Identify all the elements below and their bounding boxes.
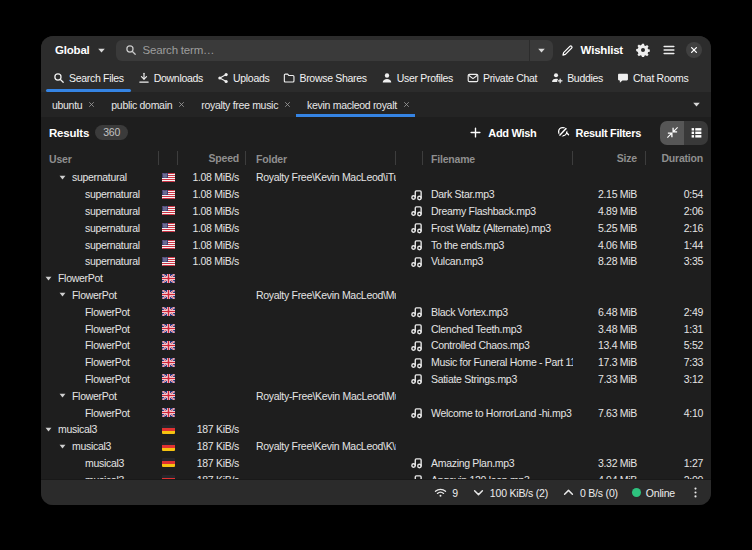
- add-wish-button[interactable]: Add Wish: [459, 117, 546, 148]
- expander-icon[interactable]: [58, 290, 67, 299]
- result-file-row[interactable]: supernatural1.08 MiB/sDreamy Flashback.m…: [41, 203, 711, 220]
- toolbar-item-downloads[interactable]: Downloads: [131, 64, 210, 92]
- tab-close-icon[interactable]: [403, 101, 410, 108]
- music-note-icon: [396, 372, 423, 385]
- size-cell: 4.89 MiB: [573, 205, 646, 217]
- result-file-row[interactable]: supernatural1.08 MiB/sFrost Waltz (Alter…: [41, 219, 711, 236]
- speed-cell: 1.08 MiB/s: [178, 255, 246, 267]
- search-icon: [53, 72, 65, 84]
- search-mode-dropdown[interactable]: [529, 40, 553, 61]
- toolbar-item-label: Chat Rooms: [633, 72, 688, 84]
- duration-cell: 3:35: [646, 255, 711, 267]
- column-header-file-icon[interactable]: [396, 148, 423, 169]
- result-folder-row[interactable]: supernatural1.08 MiB/sRoyalty Free\Kevin…: [41, 169, 711, 186]
- statusbar-menu-button[interactable]: [689, 486, 702, 499]
- column-header-folder[interactable]: Folder: [246, 148, 396, 169]
- duration-cell: 1:31: [646, 323, 711, 335]
- music-note-icon: [396, 305, 423, 318]
- download-rate-status[interactable]: 100 KiB/s (2): [472, 486, 548, 499]
- filename-cell: Vulcan.mp3: [423, 255, 573, 267]
- toolbar-item-browse-shares[interactable]: Browse Shares: [276, 64, 373, 92]
- upload-rate-status[interactable]: 0 B/s (0): [562, 486, 618, 499]
- speed-cell: 187 KiB/s: [178, 457, 246, 469]
- list-view-toggle[interactable]: [684, 121, 708, 145]
- main-menu-button[interactable]: [656, 36, 682, 64]
- result-file-row[interactable]: FlowerPotWelcome to HorrorLand -hi.mp37.…: [41, 404, 711, 421]
- search-tab-kevin-macleod-royalt[interactable]: kevin macleod royalt: [296, 92, 415, 117]
- column-header-speed[interactable]: Speed: [178, 148, 246, 169]
- close-icon: [690, 46, 698, 54]
- user-cell: musical3: [41, 423, 159, 435]
- column-header-country[interactable]: [159, 148, 178, 169]
- result-file-row[interactable]: FlowerPotMusic for Funeral Home - Part 1…: [41, 354, 711, 371]
- tab-close-icon[interactable]: [178, 101, 185, 108]
- result-folder-row[interactable]: musical3187 KiB/sRoyalty Free\Kevin MacL…: [41, 438, 711, 455]
- expander-icon[interactable]: [58, 442, 67, 451]
- toolbar-item-uploads[interactable]: Uploads: [210, 64, 276, 92]
- result-file-row[interactable]: musical3187 KiB/sAngevin 120 loop.mp34.9…: [41, 471, 711, 479]
- result-folder-row[interactable]: FlowerPotRoyalty Free\Kevin MacLeod\Musi…: [41, 287, 711, 304]
- chevron-up-icon: [562, 486, 575, 499]
- tab-close-icon[interactable]: [88, 101, 95, 108]
- country-flag-de: [159, 442, 178, 451]
- plus-icon: [469, 126, 482, 139]
- user-name: FlowerPot: [85, 306, 130, 318]
- expander-icon[interactable]: [58, 391, 67, 400]
- tab-close-icon[interactable]: [284, 101, 291, 108]
- result-file-row[interactable]: FlowerPotSatiate Strings.mp37.33 MiB3:12: [41, 371, 711, 388]
- result-file-row[interactable]: supernatural1.08 MiB/sVulcan.mp38.28 MiB…: [41, 253, 711, 270]
- search-entry[interactable]: [116, 40, 529, 61]
- toolbar-item-chat-rooms[interactable]: Chat Rooms: [610, 64, 695, 92]
- user-cell: supernatural: [41, 171, 159, 183]
- window-close-button[interactable]: [686, 42, 702, 58]
- user-name: musical3: [72, 440, 111, 452]
- result-filters-button[interactable]: Result Filters: [547, 117, 652, 148]
- result-file-row[interactable]: musical3187 KiB/sAmazing Plan.mp33.32 Mi…: [41, 455, 711, 472]
- connection-state[interactable]: Online: [632, 487, 675, 499]
- duration-cell: 2:16: [646, 222, 711, 234]
- expander-icon[interactable]: [58, 173, 67, 182]
- duration-cell: 5:52: [646, 339, 711, 351]
- result-user-row[interactable]: FlowerPot: [41, 270, 711, 287]
- result-folder-row[interactable]: FlowerPotRoyalty-Free\Kevin MacLeod\Musi…: [41, 387, 711, 404]
- search-tab-royalty-free-music[interactable]: royalty free music: [190, 92, 296, 117]
- user-name: FlowerPot: [85, 407, 130, 419]
- wishlist-button[interactable]: Wishlist: [554, 36, 630, 64]
- result-file-row[interactable]: supernatural1.08 MiB/sTo the ends.mp34.0…: [41, 236, 711, 253]
- search-tab-label: ubuntu: [52, 99, 82, 111]
- toolbar-item-user-profiles[interactable]: User Profiles: [374, 64, 460, 92]
- toolbar-item-buddies[interactable]: Buddies: [544, 64, 610, 92]
- result-file-row[interactable]: FlowerPotClenched Teeth.mp33.48 MiB1:31: [41, 320, 711, 337]
- user-name: FlowerPot: [58, 272, 103, 284]
- collapse-all-toggle[interactable]: [660, 121, 684, 145]
- result-file-row[interactable]: FlowerPotControlled Chaos.mp313.4 MiB5:5…: [41, 337, 711, 354]
- user-cell: supernatural: [41, 255, 159, 267]
- toolbar-item-search-files[interactable]: Search Files: [46, 64, 131, 92]
- search-input[interactable]: [137, 44, 529, 56]
- headerbar-actions: Wishlist: [554, 36, 711, 64]
- tab-overflow-button[interactable]: [682, 92, 711, 117]
- result-file-row[interactable]: supernatural1.08 MiB/sDark Star.mp32.15 …: [41, 186, 711, 203]
- connections-status[interactable]: 9: [434, 486, 458, 499]
- result-file-row[interactable]: FlowerPotBlack Vortex.mp36.48 MiB2:49: [41, 303, 711, 320]
- filename-cell: Dark Star.mp3: [423, 188, 573, 200]
- duration-cell: 3:12: [646, 373, 711, 385]
- search-scope-button[interactable]: Global: [41, 36, 116, 64]
- search-scope-label: Global: [55, 44, 90, 56]
- toolbar-item-private-chat[interactable]: Private Chat: [460, 64, 544, 92]
- mail-icon: [467, 72, 479, 84]
- expander-icon[interactable]: [44, 425, 53, 434]
- column-header-duration[interactable]: Duration: [646, 148, 711, 169]
- search-tab-public-domain[interactable]: public domain: [100, 92, 190, 117]
- chat-icon: [617, 72, 629, 84]
- search-tab-ubuntu[interactable]: ubuntu: [41, 92, 100, 117]
- result-user-row[interactable]: musical3187 KiB/s: [41, 421, 711, 438]
- duration-cell: 1:44: [646, 239, 711, 251]
- preferences-button[interactable]: [630, 36, 656, 64]
- results-actions: Add Wish Result Filters: [459, 117, 711, 148]
- main-toolbar: Search FilesDownloadsUploadsBrowse Share…: [41, 64, 711, 92]
- expander-icon[interactable]: [44, 274, 53, 283]
- column-header-user[interactable]: User: [41, 148, 159, 169]
- column-header-filename[interactable]: Filename: [423, 148, 573, 169]
- column-header-size[interactable]: Size: [573, 148, 646, 169]
